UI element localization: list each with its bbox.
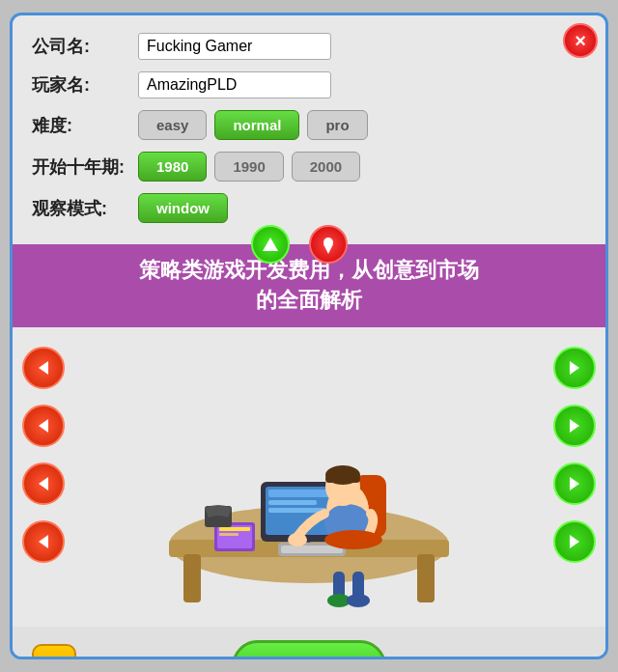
svg-marker-6 bbox=[39, 535, 48, 548]
company-input[interactable] bbox=[138, 33, 331, 60]
main-dialog: × 公司名: 玩家名: 难度: easy normal pro 开始十年期: 1 bbox=[10, 13, 608, 659]
nav-right-3[interactable] bbox=[553, 462, 596, 505]
nav-right-2[interactable] bbox=[553, 405, 596, 447]
decade-1980-button[interactable]: 1980 bbox=[138, 152, 207, 182]
nav-left-3[interactable] bbox=[22, 462, 65, 505]
difficulty-buttons: easy normal pro bbox=[138, 110, 368, 140]
view-window-button[interactable]: window bbox=[138, 193, 228, 223]
confirm-button[interactable]: ✓ bbox=[232, 640, 386, 659]
top-icons bbox=[251, 225, 348, 264]
difficulty-label: 难度: bbox=[32, 114, 138, 137]
player-label: 玩家名: bbox=[32, 73, 138, 97]
view-row: 观察模式: window bbox=[32, 193, 586, 223]
difficulty-easy-button[interactable]: easy bbox=[138, 110, 207, 140]
info-button[interactable]: i bbox=[32, 644, 76, 659]
view-label: 观察模式: bbox=[32, 197, 138, 220]
player-input[interactable] bbox=[138, 71, 331, 98]
center-illustration bbox=[90, 327, 528, 627]
svg-marker-5 bbox=[39, 477, 48, 490]
player-row: 玩家名: bbox=[32, 71, 586, 98]
company-row: 公司名: bbox=[32, 33, 586, 60]
svg-marker-3 bbox=[39, 361, 48, 375]
banner-line2: 的全面解析 bbox=[32, 286, 586, 316]
decade-2000-button[interactable]: 2000 bbox=[292, 152, 360, 182]
company-label: 公司名: bbox=[32, 35, 138, 58]
svg-marker-8 bbox=[570, 419, 579, 433]
nav-left-4[interactable] bbox=[22, 520, 65, 563]
svg-rect-34 bbox=[325, 475, 360, 483]
svg-rect-18 bbox=[268, 500, 317, 505]
nav-right-1[interactable] bbox=[553, 347, 596, 389]
svg-rect-13 bbox=[183, 554, 201, 602]
scene-area bbox=[13, 327, 605, 627]
nav-right-4[interactable] bbox=[553, 520, 596, 563]
difficulty-normal-button[interactable]: normal bbox=[214, 110, 299, 140]
nav-left-1[interactable] bbox=[22, 347, 65, 389]
decade-label: 开始十年期: bbox=[32, 155, 138, 179]
svg-marker-9 bbox=[570, 477, 579, 490]
svg-point-37 bbox=[324, 530, 382, 549]
svg-marker-2 bbox=[323, 244, 333, 254]
svg-rect-27 bbox=[219, 533, 239, 536]
arrow-up-icon[interactable] bbox=[251, 225, 290, 264]
scene-wrapper: 策略类游戏开发费用，从创意到市场 的全面解析 bbox=[13, 244, 605, 627]
difficulty-pro-button[interactable]: pro bbox=[307, 110, 367, 140]
checkmark-icon: ✓ bbox=[298, 650, 321, 659]
svg-marker-0 bbox=[263, 238, 278, 251]
difficulty-row: 难度: easy normal pro bbox=[32, 110, 586, 140]
decade-1990-button[interactable]: 1990 bbox=[214, 152, 283, 182]
svg-rect-26 bbox=[219, 527, 250, 531]
view-buttons: window bbox=[138, 193, 228, 223]
location-icon[interactable] bbox=[309, 225, 348, 264]
svg-marker-7 bbox=[570, 361, 579, 375]
info-icon: i bbox=[51, 654, 57, 659]
form-area: 公司名: 玩家名: 难度: easy normal pro 开始十年期: 198… bbox=[13, 15, 605, 244]
svg-point-41 bbox=[347, 594, 370, 607]
close-icon: × bbox=[575, 30, 586, 52]
nav-left-2[interactable] bbox=[22, 405, 65, 447]
decade-buttons: 1980 1990 2000 bbox=[138, 152, 360, 182]
decade-row: 开始十年期: 1980 1990 2000 bbox=[32, 152, 586, 182]
svg-point-35 bbox=[288, 533, 307, 546]
close-button[interactable]: × bbox=[563, 23, 598, 58]
svg-marker-10 bbox=[570, 535, 579, 548]
svg-rect-14 bbox=[417, 554, 435, 602]
desk-svg bbox=[135, 332, 483, 622]
bottom-toolbar: i ✓ bbox=[13, 627, 605, 659]
svg-marker-4 bbox=[39, 419, 48, 433]
